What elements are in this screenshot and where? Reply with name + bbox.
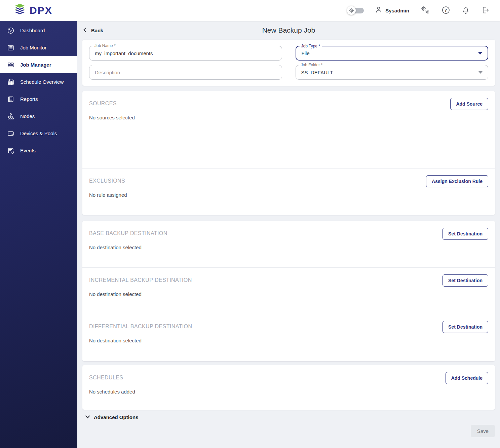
exclusions-empty-text: No rule assigned [89,192,488,198]
chevron-left-icon [82,27,87,34]
svg-text:?: ? [445,7,447,12]
set-incremental-destination-button[interactable]: Set Destination [443,274,488,287]
add-schedule-button[interactable]: Add Schedule [446,372,488,384]
advanced-options-toggle[interactable]: Advanced Options [85,414,139,420]
list-panel-icon [7,44,14,51]
schedules-section: SCHEDULES Add Schedule No schedules adde… [82,365,495,410]
footer-actions: Save [82,425,495,437]
theme-toggle[interactable] [347,6,364,15]
schedules-title: SCHEDULES [89,372,123,381]
sidebar-item-label: Schedule Overview [20,79,64,85]
sidebar-item-label: Events [20,148,36,153]
save-button[interactable]: Save [471,425,495,437]
sources-title: SOURCES [89,98,117,107]
main-content: New Backup Job Back Job Name * Job Type … [77,21,500,448]
sidebar-item-label: Dashboard [20,28,45,33]
set-base-destination-button[interactable]: Set Destination [443,228,488,240]
sidebar-item-schedule-overview[interactable]: Schedule Overview [0,73,77,90]
settings-button[interactable] [419,5,431,16]
job-name-input[interactable] [95,50,276,56]
incremental-destination-title: INCREMENTAL BACKUP DESTINATION [89,274,192,283]
hierarchy-icon [7,113,14,120]
harddrive-icon [7,130,14,137]
user-icon [375,6,383,15]
sidebar-item-label: Reports [20,96,38,102]
job-type-field[interactable]: Job Type * File [296,46,489,61]
help-button[interactable]: ? [441,5,451,16]
job-name-label: Job Name * [93,43,117,48]
destinations-card: BASE BACKUP DESTINATION Set Destination … [82,221,495,361]
brand-logo: DPX [13,3,52,18]
chevron-down-icon [478,71,483,74]
back-button[interactable]: Back [82,27,103,34]
sidebar-item-nodes[interactable]: Nodes [0,108,77,125]
sidebar-item-reports[interactable]: Reports [0,90,77,108]
job-folder-field[interactable]: Job Folder * SS_DEFAULT [296,65,489,80]
differential-destination-empty-text: No destination selected [89,338,488,343]
page-title: New Backup Job [82,26,495,34]
sidebar-item-dashboard[interactable]: Dashboard [0,22,77,39]
chevron-down-icon [478,52,482,54]
incremental-destination-empty-text: No destination selected [89,291,488,297]
schedules-empty-text: No schedules added [89,389,488,395]
gears-icon [420,5,430,16]
calendar-icon [7,78,14,86]
gauge-icon [7,27,14,34]
advanced-options-label: Advanced Options [94,414,139,420]
board-icon [7,61,14,69]
sidebar-item-events[interactable]: Events [0,142,77,159]
user-menu[interactable]: Sysadmin [375,6,409,15]
job-folder-label: Job Folder * [299,63,324,67]
differential-destination-section: DIFFERENTIAL BACKUP DESTINATION Set Dest… [82,314,495,361]
sidebar-item-devices-pools[interactable]: Devices & Pools [0,125,77,142]
sidebar-nav: Dashboard Job Monitor [0,21,77,159]
base-destination-title: BASE BACKUP DESTINATION [89,228,167,236]
sidebar: Dashboard Job Monitor [0,21,77,448]
dpx-stack-icon [13,3,26,18]
newspaper-icon [7,96,14,103]
set-differential-destination-button[interactable]: Set Destination [443,321,488,333]
list-bell-icon [7,147,14,154]
topbar-actions: Sysadmin [347,5,491,16]
app-root: DPX [0,0,500,448]
sidebar-item-job-monitor[interactable]: Job Monitor [0,39,77,56]
sidebar-item-label: Nodes [20,113,35,119]
schedules-card: SCHEDULES Add Schedule No schedules adde… [82,365,495,410]
job-type-label: Job Type * [300,44,322,48]
help-icon: ? [441,6,450,15]
exclusions-section: EXCLUSIONS Assign Exclusion Rule No rule… [82,168,495,215]
user-name: Sysadmin [385,8,409,13]
gear-icon [347,6,356,15]
base-destination-section: BASE BACKUP DESTINATION Set Destination … [82,221,495,267]
sources-section: SOURCES Add Source No sources selected [82,91,495,168]
topbar: DPX [0,0,500,21]
sidebar-item-label: Job Monitor [20,45,46,50]
notifications-button[interactable] [461,5,470,16]
logout-icon [481,6,490,15]
job-type-value: File [302,50,475,56]
base-destination-empty-text: No destination selected [89,245,488,250]
assign-exclusion-rule-button[interactable]: Assign Exclusion Rule [426,175,488,187]
job-name-field[interactable]: Job Name * [89,46,282,61]
job-details-card: Job Name * Job Type * File Job Folder * … [82,40,495,86]
incremental-destination-section: INCREMENTAL BACKUP DESTINATION Set Desti… [82,267,495,314]
sources-exclusions-card: SOURCES Add Source No sources selected E… [82,91,495,215]
sources-empty-text: No sources selected [89,115,488,120]
back-label: Back [91,28,103,33]
brand-name: DPX [30,5,52,16]
logout-button[interactable] [480,5,491,16]
exclusions-title: EXCLUSIONS [89,175,125,184]
description-field[interactable] [89,65,282,80]
add-source-button[interactable]: Add Source [450,98,488,110]
sidebar-item-label: Devices & Pools [20,130,57,136]
page-header: New Backup Job Back [82,21,495,40]
description-input[interactable] [95,70,276,75]
chevron-down-icon [85,415,90,420]
bell-icon [462,6,470,15]
sidebar-item-job-manager[interactable]: Job Manager [0,56,77,73]
job-folder-value: SS_DEFAULT [301,70,475,75]
differential-destination-title: DIFFERENTIAL BACKUP DESTINATION [89,321,192,330]
sidebar-item-label: Job Manager [20,62,51,68]
